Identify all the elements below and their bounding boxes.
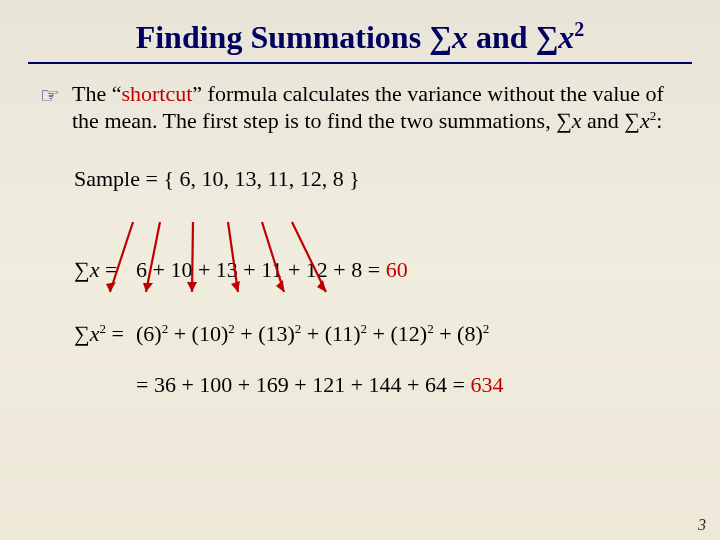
sample-values: 6, 10, 13, 11, 12, 8 <box>179 166 343 191</box>
term-6-sup: 2 <box>483 320 490 335</box>
sum-x-row: ∑x = 6 + 10 + 13 + 11 + 12 + 8 = 60 <box>74 256 680 284</box>
title-sup-2: 2 <box>574 18 584 40</box>
expand-row: = 36 + 100 + 169 + 121 + 144 + 64 = 634 <box>74 371 680 399</box>
sigma-icon: ∑ <box>556 108 572 133</box>
sum-x2-rhs: (6)2 + (10)2 + (13)2 + (11)2 + (12)2 + (… <box>136 320 680 348</box>
slide-title: Finding Summations ∑x and ∑x2 <box>0 0 720 62</box>
slide-number: 3 <box>698 516 706 534</box>
term-4: (11) <box>325 321 361 346</box>
title-x: x <box>452 19 468 55</box>
sumx2-eq: = <box>106 321 124 346</box>
sum-x2-lhs: ∑x2 = <box>74 320 136 348</box>
pointing-hand-icon: ☞ <box>40 82 60 110</box>
sumx-eq2: = <box>362 257 385 282</box>
expand-rhs: = 36 + 100 + 169 + 121 + 144 + 64 = 634 <box>136 371 680 399</box>
sumx-x: x <box>90 257 100 282</box>
sumx-eq: = <box>99 257 117 282</box>
shortcut-word: shortcut <box>121 81 192 106</box>
bullet-colon: : <box>656 108 662 133</box>
plus-4: + <box>367 321 390 346</box>
plus-1: + <box>168 321 191 346</box>
sum-x-result: 60 <box>386 257 408 282</box>
term-5: (12) <box>391 321 428 346</box>
slide-content: ☞ The “shortcut” formula calculates the … <box>0 72 720 399</box>
title-x2: x <box>558 19 574 55</box>
plus-5: + <box>434 321 457 346</box>
sigma-icon: ∑ <box>74 257 90 282</box>
term-6: (8) <box>457 321 483 346</box>
term-3: (13) <box>258 321 295 346</box>
sigma-icon: ∑ <box>624 108 640 133</box>
sample-label: Sample = { <box>74 166 179 191</box>
sample-line: Sample = { 6, 10, 13, 11, 12, 8 } <box>74 165 680 193</box>
svg-marker-3 <box>143 283 153 292</box>
title-and: and <box>468 19 536 55</box>
bullet-mid: and <box>582 108 625 133</box>
expand-eq2: = <box>447 372 470 397</box>
sum-x-expression: 6 + 10 + 13 + 11 + 12 + 8 <box>136 257 362 282</box>
sum-x-lhs: ∑x = <box>74 256 136 284</box>
sample-close: } <box>344 166 360 191</box>
plus-2: + <box>235 321 258 346</box>
sigma-icon: ∑ <box>74 321 90 346</box>
bullet-p1: The “ <box>72 81 121 106</box>
bullet-text: The “shortcut” formula calculates the va… <box>72 80 680 135</box>
sigma-icon: ∑ <box>536 19 559 55</box>
sum-x2-row: ∑x2 = (6)2 + (10)2 + (13)2 + (11)2 + (12… <box>74 320 680 348</box>
sum-x-rhs: 6 + 10 + 13 + 11 + 12 + 8 = 60 <box>136 256 680 284</box>
expand-eq: = <box>136 372 154 397</box>
sum-x2-result: 634 <box>470 372 503 397</box>
term-2: (10) <box>192 321 229 346</box>
bullet-paragraph: ☞ The “shortcut” formula calculates the … <box>40 80 680 135</box>
title-prefix: Finding Summations <box>136 19 429 55</box>
term-1: (6) <box>136 321 162 346</box>
bullet-x1: x <box>572 108 582 133</box>
sumx2-x: x <box>90 321 100 346</box>
plus-3: + <box>301 321 324 346</box>
expand-terms: 36 + 100 + 169 + 121 + 144 + 64 <box>154 372 447 397</box>
bullet-x2: x <box>640 108 650 133</box>
sigma-icon: ∑ <box>429 19 452 55</box>
title-divider <box>28 62 692 64</box>
